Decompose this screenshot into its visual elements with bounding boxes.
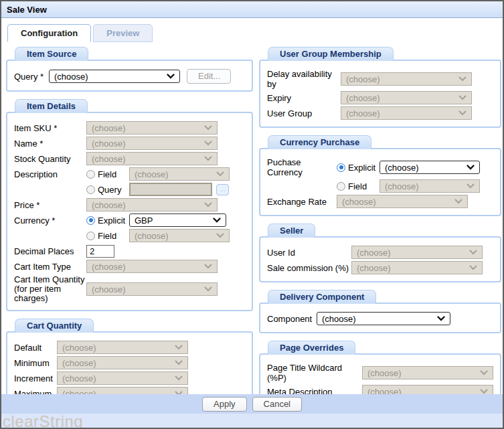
user-group-select: (choose) xyxy=(341,106,472,120)
decimal-places-label: Decimal Places xyxy=(14,246,86,256)
description-label: Description xyxy=(14,169,86,179)
chevron-down-icon xyxy=(204,141,212,146)
tab-preview[interactable]: Preview xyxy=(93,24,153,42)
user-id-label: User Id xyxy=(267,248,351,258)
query-select[interactable]: (choose) xyxy=(49,70,180,83)
section-currency-purchase: Currency Purchase Puchase Currency Expli… xyxy=(259,148,501,216)
chevron-down-icon xyxy=(454,199,463,204)
description-field-select: (choose) xyxy=(129,167,230,181)
chevron-down-icon xyxy=(175,360,183,365)
purchase-currency-label: Puchase Currency xyxy=(267,157,337,177)
currency-explicit-radio[interactable] xyxy=(86,216,95,225)
section-title-delivery-component: Delivery Component xyxy=(268,290,376,304)
chevron-down-icon xyxy=(167,74,175,79)
section-title-page-overrides: Page Overrides xyxy=(268,341,355,355)
chevron-down-icon xyxy=(458,110,467,116)
item-sku-label: Item SKU * xyxy=(14,123,86,133)
item-sku-select: (choose) xyxy=(86,121,218,135)
currency-label: Currency * xyxy=(14,216,86,226)
chevron-down-icon xyxy=(213,218,221,223)
name-select: (choose) xyxy=(86,137,218,150)
purchase-explicit-radio-label: Explicit xyxy=(348,163,375,173)
description-field-radio-label: Field xyxy=(98,169,116,179)
description-query-radio-label: Query xyxy=(98,185,121,195)
chevron-down-icon xyxy=(467,165,475,170)
section-title-item-details: Item Details xyxy=(15,99,88,113)
watermark-band: clearString xyxy=(1,414,503,428)
sale-commission-label: Sale commission (%) xyxy=(267,263,351,273)
cart-item-quantity-label: Cart Item Quantity (for per item charges… xyxy=(14,275,86,303)
browse-query-button: ... xyxy=(216,184,229,195)
chevron-down-icon xyxy=(204,156,212,161)
edit-query-button: Edit... xyxy=(187,69,231,84)
section-item-source: Item Source Query * (choose) Edit... xyxy=(6,60,253,92)
stock-quantity-label: Stock Quantity xyxy=(14,154,86,164)
purchase-explicit-select[interactable]: (choose) xyxy=(380,161,480,174)
delay-availability-label: Delay availability by xyxy=(267,69,341,89)
window-title: Sale View xyxy=(7,5,47,15)
expiry-select: (choose) xyxy=(341,91,472,104)
chevron-down-icon xyxy=(204,125,212,131)
currency-field-radio[interactable] xyxy=(86,232,95,240)
description-field-radio[interactable] xyxy=(86,170,95,179)
purchase-explicit-radio[interactable] xyxy=(337,163,345,172)
currency-explicit-radio-label: Explicit xyxy=(98,216,125,226)
chevron-down-icon xyxy=(458,76,467,82)
page-title-wildcard-select: (choose) xyxy=(362,366,493,379)
section-item-details: Item Details Item SKU * (choose) Name * … xyxy=(6,112,253,311)
stock-quantity-select: (choose) xyxy=(86,152,218,165)
chevron-down-icon xyxy=(437,316,445,321)
price-label: Price * xyxy=(14,200,86,210)
section-title-seller: Seller xyxy=(268,224,315,238)
minimum-label: Minimum xyxy=(14,358,57,368)
purchase-field-radio[interactable] xyxy=(337,182,345,191)
increment-label: Increment xyxy=(14,373,57,383)
minimum-select: (choose) xyxy=(57,356,188,369)
button-band: Apply Cancel xyxy=(1,394,503,414)
section-title-currency-purchase: Currency Purchase xyxy=(268,135,371,149)
component-select[interactable]: (choose) xyxy=(317,312,450,325)
window-titlebar: Sale View xyxy=(1,1,503,18)
section-title-user-group-membership: User Group Membership xyxy=(268,47,394,61)
currency-field-radio-label: Field xyxy=(98,231,116,241)
cancel-button[interactable]: Cancel xyxy=(252,397,302,412)
sale-view-window: Sale View Configuration Preview Item Sou… xyxy=(0,0,504,429)
query-label: Query * xyxy=(14,72,49,82)
section-user-group-membership: User Group Membership Delay availability… xyxy=(259,60,501,128)
configuration-panel: Item Source Query * (choose) Edit... Ite… xyxy=(1,42,503,429)
section-title-item-source: Item Source xyxy=(15,47,88,61)
description-query-radio[interactable] xyxy=(86,185,95,194)
cart-item-quantity-select: (choose) xyxy=(86,282,218,296)
user-id-select: (choose) xyxy=(351,246,483,259)
section-title-cart-quantity: Cart Quantity xyxy=(15,319,94,333)
cart-item-type-select: (choose) xyxy=(86,260,218,273)
clearstring-watermark: clearString xyxy=(3,414,83,428)
chevron-down-icon xyxy=(480,389,488,394)
decimal-places-input[interactable]: 2 xyxy=(86,245,114,258)
cart-item-type-label: Cart Item Type xyxy=(14,262,86,272)
increment-select: (choose) xyxy=(57,371,188,385)
chevron-down-icon xyxy=(204,286,212,292)
chevron-down-icon xyxy=(469,265,477,270)
chevron-down-icon xyxy=(480,370,488,375)
chevron-down-icon xyxy=(175,375,183,381)
expiry-label: Expiry xyxy=(267,93,341,103)
purchase-field-radio-label: Field xyxy=(348,181,367,191)
purchase-field-select: (choose) xyxy=(380,179,480,193)
tab-configuration[interactable]: Configuration xyxy=(7,24,91,42)
component-label: Component xyxy=(267,314,317,324)
section-delivery-component: Delivery Component Component (choose) xyxy=(259,303,501,333)
footer: Apply Cancel clearString xyxy=(1,394,503,428)
chevron-down-icon xyxy=(467,183,475,189)
description-query-input xyxy=(129,183,212,196)
name-label: Name * xyxy=(14,139,86,149)
section-seller: Seller User Id (choose) Sale commission … xyxy=(259,236,501,282)
exchange-rate-select: (choose) xyxy=(337,195,468,208)
currency-explicit-select[interactable]: GBP xyxy=(129,213,226,227)
chevron-down-icon xyxy=(204,202,212,207)
apply-button[interactable]: Apply xyxy=(202,397,247,412)
default-label: Default xyxy=(14,343,57,353)
chevron-down-icon xyxy=(204,264,212,269)
user-group-label: User Group xyxy=(267,108,341,118)
chevron-down-icon xyxy=(216,233,224,238)
